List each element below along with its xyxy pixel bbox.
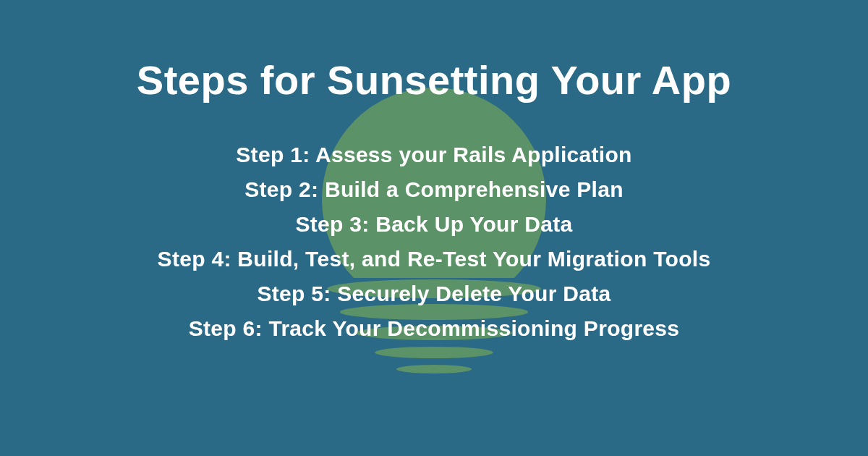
step-item: Step 2: Build a Comprehensive Plan	[244, 177, 624, 202]
slide-title: Steps for Sunsetting Your App	[137, 56, 731, 104]
step-item: Step 3: Back Up Your Data	[295, 212, 572, 237]
step-item: Step 6: Track Your Decommissioning Progr…	[189, 316, 680, 341]
step-item: Step 1: Assess your Rails Application	[236, 143, 631, 167]
slide-content: Steps for Sunsetting Your App Step 1: As…	[0, 0, 868, 456]
step-item: Step 4: Build, Test, and Re-Test Your Mi…	[158, 247, 711, 271]
steps-list: Step 1: Assess your Rails Application St…	[158, 143, 711, 341]
step-item: Step 5: Securely Delete Your Data	[258, 282, 611, 306]
